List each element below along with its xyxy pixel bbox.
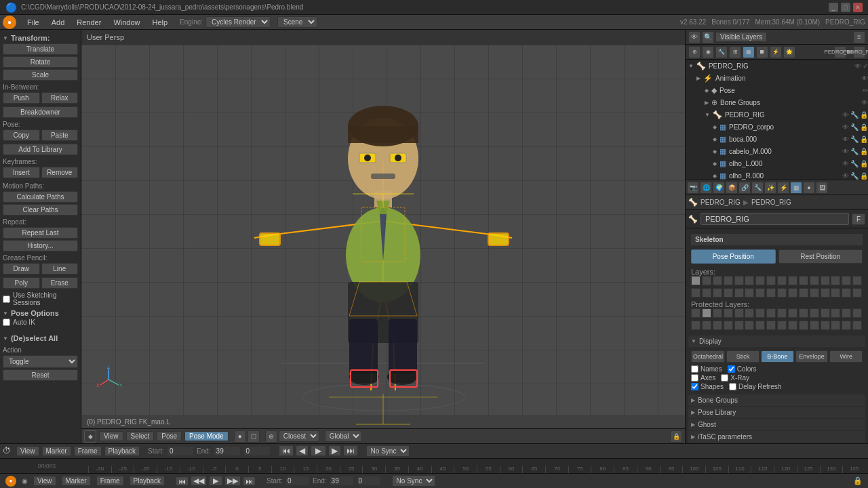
status-end-input[interactable] xyxy=(330,476,354,486)
prev-frame-btn[interactable]: ◀ xyxy=(296,445,309,456)
pose-position-btn[interactable]: Pose Position xyxy=(691,249,776,264)
prot-layer-26[interactable] xyxy=(799,321,808,330)
tree-pedro-rig-root[interactable]: ▼ 🦴 PEDRO_RIG 👁✓ xyxy=(686,60,868,72)
status-marker-btn[interactable]: Marker xyxy=(62,476,91,486)
scene-select[interactable]: Scene xyxy=(277,16,317,28)
search-icon[interactable]: 🔍 xyxy=(702,31,714,43)
status-start-input[interactable] xyxy=(285,476,310,486)
layer-13[interactable] xyxy=(831,276,840,285)
layer-21[interactable] xyxy=(745,288,754,298)
render-preview-icon[interactable]: ● xyxy=(234,430,246,443)
filter-icon[interactable]: ≡ xyxy=(853,31,865,43)
constraints-icon[interactable]: 🔗 xyxy=(738,182,751,194)
paste-pose-btn[interactable]: Paste xyxy=(41,129,79,141)
render-engine-select[interactable]: Cycles Render xyxy=(205,16,271,28)
pose-mode-btn[interactable]: Pose Mode xyxy=(184,431,229,441)
status-icon-1[interactable]: ◉ xyxy=(22,477,28,485)
layer-31[interactable] xyxy=(852,288,862,298)
tree-icon-7[interactable]: ⚡ xyxy=(770,46,782,58)
menu-window[interactable]: Window xyxy=(108,17,145,28)
tree-icon-1[interactable]: ⊕ xyxy=(688,46,701,58)
jump-start-btn[interactable]: ⏮ xyxy=(279,445,294,456)
maximize-btn[interactable]: □ xyxy=(841,3,850,12)
relax-btn[interactable]: Relax xyxy=(41,92,79,104)
world-props-icon[interactable]: 🌍 xyxy=(713,182,725,194)
layer-20[interactable] xyxy=(734,288,744,298)
tree-icon-3[interactable]: 🔧 xyxy=(715,46,728,58)
pedro-rig-link2[interactable]: PEDRO_RIG xyxy=(853,46,865,58)
delay-refresh-check[interactable] xyxy=(729,383,736,390)
prot-layer-24[interactable] xyxy=(777,321,787,330)
menu-render[interactable]: Render xyxy=(71,17,106,28)
prot-layer-0[interactable] xyxy=(691,308,701,318)
layer-2[interactable] xyxy=(713,276,722,285)
prot-layer-25[interactable] xyxy=(788,321,797,330)
menu-help[interactable]: Help xyxy=(147,17,174,28)
prot-layer-1[interactable] xyxy=(702,308,711,318)
prot-layer-15[interactable] xyxy=(852,308,862,318)
prot-layer-3[interactable] xyxy=(724,308,733,318)
tree-pedro-corpo[interactable]: ◆ ▦ PEDRO_corpo 👁🔧🔒 xyxy=(686,121,868,133)
viewport[interactable]: User Persp xyxy=(81,30,685,443)
sync-select[interactable]: No Sync xyxy=(366,445,410,457)
erase-btn[interactable]: Erase xyxy=(41,277,79,289)
prot-layer-9[interactable] xyxy=(788,308,797,318)
breakdowner-btn[interactable]: Breakdowner xyxy=(3,106,78,118)
layer-26[interactable] xyxy=(799,288,808,298)
itasc-toggle[interactable]: ▶ iTaSC parameters xyxy=(688,431,865,443)
prot-layer-2[interactable] xyxy=(713,308,722,318)
envelope-btn[interactable]: Envelope xyxy=(795,350,829,363)
minimize-btn[interactable]: _ xyxy=(829,3,838,12)
tree-olho-l[interactable]: ◆ ▦ olho_L.000 👁🔧🔒 xyxy=(686,157,868,169)
tl-frame-btn[interactable]: Frame xyxy=(74,446,102,456)
layer-9[interactable] xyxy=(788,276,797,285)
status-frame-btn[interactable]: Frame xyxy=(96,476,124,486)
use-sketching-check[interactable] xyxy=(3,296,10,303)
object-props-icon[interactable]: 📦 xyxy=(726,182,738,194)
display-section-toggle[interactable]: ▼ Display xyxy=(688,336,865,347)
pose-menu-btn[interactable]: Pose xyxy=(157,431,182,441)
status-next[interactable]: ▶▶ xyxy=(224,476,241,486)
clear-paths-btn[interactable]: Clear Paths xyxy=(3,204,78,216)
view-icon[interactable]: 👁 xyxy=(688,31,701,43)
layer-15[interactable] xyxy=(852,276,862,285)
menu-add[interactable]: Add xyxy=(46,17,71,28)
layer-25[interactable] xyxy=(788,288,797,298)
prot-layer-6[interactable] xyxy=(755,308,765,318)
pivot-select[interactable]: Closest xyxy=(279,430,319,442)
status-jump-end[interactable]: ⏭ xyxy=(243,476,256,486)
prot-layer-7[interactable] xyxy=(766,308,776,318)
layer-29[interactable] xyxy=(831,288,840,298)
prot-layer-19[interactable] xyxy=(724,321,733,330)
insert-keyframe-btn[interactable]: Insert xyxy=(3,167,40,178)
prot-layer-18[interactable] xyxy=(713,321,722,330)
stick-btn[interactable]: Stick xyxy=(726,350,760,363)
play-btn[interactable]: ▶ xyxy=(311,445,326,456)
rotate-btn[interactable]: Rotate xyxy=(3,56,78,68)
prot-layer-30[interactable] xyxy=(842,321,851,330)
layer-8[interactable] xyxy=(777,276,787,285)
status-play[interactable]: ▶ xyxy=(209,476,222,486)
add-to-library-btn[interactable]: Add To Library xyxy=(3,144,78,155)
material-icon[interactable]: ● xyxy=(803,182,815,194)
translate-btn[interactable]: Translate xyxy=(3,43,78,55)
data-props-icon[interactable]: ▦ xyxy=(790,182,802,194)
close-btn[interactable]: ✕ xyxy=(853,3,863,12)
prot-layer-27[interactable] xyxy=(810,321,819,330)
layer-5[interactable] xyxy=(745,276,754,285)
tree-cabelo[interactable]: ◆ ▦ cabelo_M.000 👁🔧🔒 xyxy=(686,145,868,157)
prot-layer-12[interactable] xyxy=(821,308,830,318)
modifier-icon[interactable]: 🔧 xyxy=(751,182,764,194)
prot-layer-4[interactable] xyxy=(734,308,744,318)
layer-11[interactable] xyxy=(810,276,819,285)
tree-pedro-rig-inner[interactable]: ▼ 🦴 PEDRO_RIG 👁🔧🔒 xyxy=(686,108,868,121)
view-menu-btn[interactable]: View xyxy=(99,431,123,441)
line-btn[interactable]: Line xyxy=(41,263,79,274)
history-btn[interactable]: History... xyxy=(3,240,78,251)
layer-19[interactable] xyxy=(724,288,733,298)
layer-12[interactable] xyxy=(821,276,830,285)
pose-library-toggle[interactable]: ▶ Pose Library xyxy=(688,407,865,418)
ghost-toggle[interactable]: ▶ Ghost xyxy=(688,419,865,430)
prot-layer-17[interactable] xyxy=(702,321,711,330)
orientation-select[interactable]: Global xyxy=(325,430,362,442)
